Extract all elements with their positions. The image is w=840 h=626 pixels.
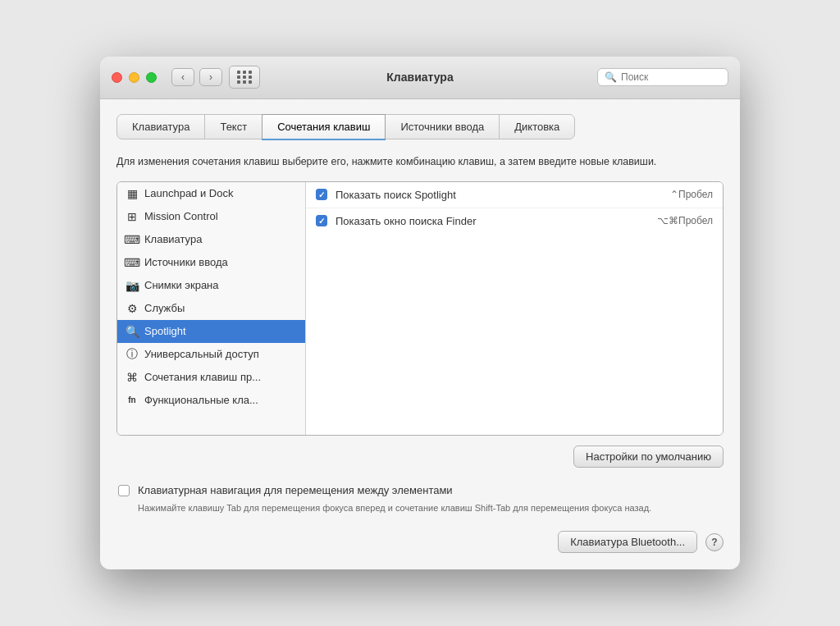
back-button[interactable]: ‹ <box>171 68 194 86</box>
tab-input-sources[interactable]: Источники ввода <box>385 114 500 139</box>
sidebar-item-services[interactable]: ⚙ Службы <box>117 297 305 320</box>
app-switcher-button[interactable] <box>229 66 260 89</box>
defaults-button[interactable]: Настройки по умолчанию <box>573 446 724 468</box>
services-icon: ⚙ <box>126 302 139 315</box>
sidebar-item-app-shortcuts[interactable]: ⌘ Сочетания клавиш пр... <box>117 366 305 389</box>
search-box[interactable]: 🔍 <box>597 68 728 86</box>
shortcut-row-1: Показать окно поиска Finder ⌥⌘Пробел <box>306 208 723 234</box>
forward-button[interactable]: › <box>199 68 222 86</box>
sidebar-item-input-sources[interactable]: ⌨ Источники ввода <box>117 251 305 274</box>
sidebar-item-function-keys[interactable]: fn Функциональные кла... <box>117 389 305 412</box>
function-keys-icon: fn <box>126 394 139 407</box>
keyboard-nav-description: Нажимайте клавишу Tab для перемещения фо… <box>138 501 722 515</box>
screenshots-icon: 📷 <box>126 279 139 292</box>
sidebar-item-label: Источники ввода <box>144 256 228 268</box>
bluetooth-keyboard-button[interactable]: Клавиатура Bluetooth... <box>558 531 697 553</box>
sidebar-item-mission-control[interactable]: ⊞ Mission Control <box>117 205 305 228</box>
shortcut-checkbox-1[interactable] <box>316 215 327 226</box>
sidebar-item-launchpad[interactable]: ▦ Launchpad и Dock <box>117 182 305 205</box>
shortcut-checkbox-0[interactable] <box>316 189 327 200</box>
launchpad-icon: ▦ <box>126 187 139 200</box>
search-icon: 🔍 <box>605 71 617 83</box>
sidebar-item-label: Снимки экрана <box>144 279 219 291</box>
input-sources-icon: ⌨ <box>126 256 139 269</box>
tab-shortcuts[interactable]: Сочетания клавиш <box>262 114 386 139</box>
sidebar: ▦ Launchpad и Dock ⊞ Mission Control ⌨ К… <box>117 182 306 435</box>
shortcuts-panel: Показать поиск Spotlight ⌃Пробел Показат… <box>306 182 723 435</box>
footer-section: Клавиатурная навигация для перемещения м… <box>116 484 724 515</box>
shortcut-keys-0: ⌃Пробел <box>670 189 713 200</box>
sidebar-item-accessibility[interactable]: ⓘ Универсальный доступ <box>117 343 305 366</box>
keyboard-nav-label: Клавиатурная навигация для перемещения м… <box>138 484 453 496</box>
tabs-bar: Клавиатура Текст Сочетания клавиш Источн… <box>116 114 724 139</box>
sidebar-item-keyboard[interactable]: ⌨ Клавиатура <box>117 228 305 251</box>
sidebar-item-label: Spotlight <box>144 325 186 337</box>
spotlight-icon: 🔍 <box>126 325 139 338</box>
sidebar-item-label: Универсальный доступ <box>144 348 259 360</box>
sidebar-item-label: Клавиатура <box>144 233 202 245</box>
sidebar-item-spotlight[interactable]: 🔍 Spotlight <box>117 320 305 343</box>
sidebar-item-label: Функциональные кла... <box>144 394 258 406</box>
help-button[interactable]: ? <box>705 533 724 551</box>
description-text: Для изменения сочетания клавиш выберите … <box>116 154 724 170</box>
search-input[interactable] <box>621 71 721 83</box>
tab-text[interactable]: Текст <box>204 114 262 139</box>
app-shortcuts-icon: ⌘ <box>126 371 139 384</box>
titlebar: ‹ › Клавиатура 🔍 <box>100 57 740 99</box>
traffic-lights <box>112 72 157 83</box>
shortcut-name-0: Показать поиск Spotlight <box>336 189 662 201</box>
shortcut-keys-1: ⌥⌘Пробел <box>657 215 713 226</box>
window-title: Клавиатура <box>386 71 453 84</box>
tab-keyboard[interactable]: Клавиатура <box>116 114 205 139</box>
maximize-button[interactable] <box>146 72 157 83</box>
minimize-button[interactable] <box>129 72 139 83</box>
sidebar-item-label: Службы <box>144 302 185 314</box>
footer-buttons: Клавиатура Bluetooth... ? <box>116 531 724 553</box>
keyboard-nav-row: Клавиатурная навигация для перемещения м… <box>118 484 722 496</box>
sidebar-item-label: Сочетания клавиш пр... <box>144 371 261 383</box>
accessibility-icon: ⓘ <box>126 348 139 361</box>
defaults-button-row: Настройки по умолчанию <box>116 446 724 468</box>
close-button[interactable] <box>112 72 122 83</box>
sidebar-item-label: Launchpad и Dock <box>144 187 233 199</box>
shortcut-row-0: Показать поиск Spotlight ⌃Пробел <box>306 182 723 208</box>
main-window: ‹ › Клавиатура 🔍 Клавиатура Текст Сочета… <box>100 57 740 569</box>
tab-dictation[interactable]: Диктовка <box>499 114 575 139</box>
main-panel: ▦ Launchpad и Dock ⊞ Mission Control ⌨ К… <box>116 181 724 436</box>
nav-buttons: ‹ › <box>171 68 222 86</box>
sidebar-item-label: Mission Control <box>144 210 218 222</box>
sidebar-item-screenshots[interactable]: 📷 Снимки экрана <box>117 274 305 297</box>
keyboard-icon: ⌨ <box>126 233 139 246</box>
mission-control-icon: ⊞ <box>126 210 139 223</box>
shortcut-name-1: Показать окно поиска Finder <box>336 215 649 227</box>
keyboard-nav-checkbox[interactable] <box>118 485 130 496</box>
content-area: Клавиатура Текст Сочетания клавиш Источн… <box>100 99 740 569</box>
